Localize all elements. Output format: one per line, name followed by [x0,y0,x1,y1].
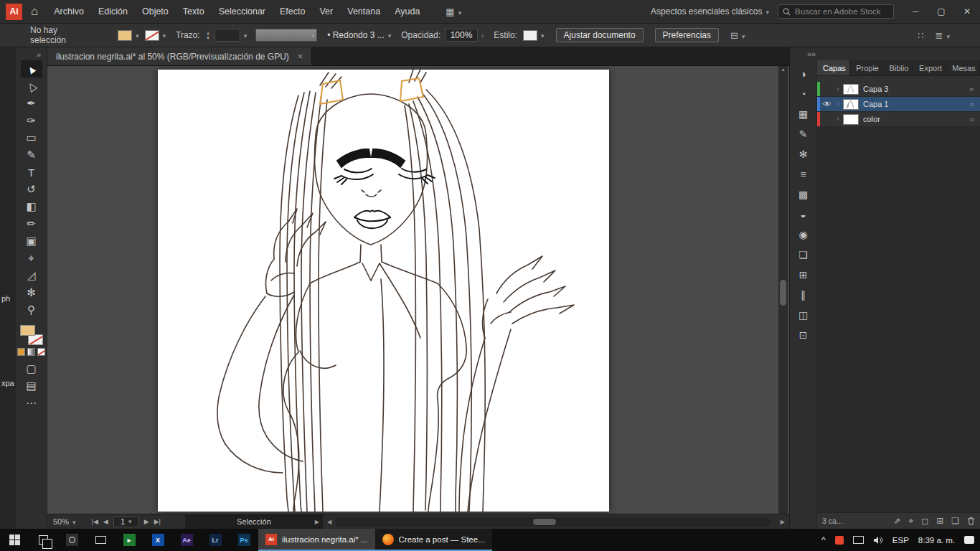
toolbar-expand-icon[interactable]: » [37,47,47,60]
brush-definition-dropdown[interactable]: • Redondo 3 ... [327,30,391,40]
document-tab[interactable]: ilustracion negrita.ai* al 50% (RGB/Prev… [47,47,312,65]
layer-thumbnail[interactable] [843,114,859,125]
layer-thumbnail[interactable] [843,99,859,110]
preferences-button[interactable]: Preferencias [655,28,719,42]
zoom-level-dropdown[interactable]: 50% [53,517,76,526]
eraser-tool[interactable]: ◧ [21,198,42,215]
fill-swatch[interactable] [20,325,35,336]
stroke-icon[interactable]: ≡ [796,168,811,181]
style-dropdown-icon[interactable] [537,30,545,40]
first-artboard-button[interactable]: |◀ [92,518,98,525]
collapse-panels-icon[interactable]: «« [807,50,816,58]
screen-mode-icon[interactable]: ▤ [21,377,42,395]
document-setup-button[interactable]: Ajustar documento [556,28,644,42]
menu-ventana[interactable]: Ventana [340,0,387,24]
menu-objeto[interactable]: Objeto [135,0,176,24]
adobe-stock-search[interactable] [778,4,894,19]
stroke-swatch[interactable] [28,334,43,345]
color-icon[interactable]: ◑ [796,67,811,80]
stroke-weight-dropdown-icon[interactable] [240,30,248,40]
language-indicator[interactable]: ESP [892,536,909,545]
layer-target-icon[interactable]: ○ [963,116,980,123]
opacity-chevron-icon[interactable]: › [481,32,484,39]
panel-list-icon[interactable]: ≣ [936,30,950,41]
delete-layer-icon[interactable] [967,517,975,525]
variable-width-dropdown[interactable] [255,29,317,42]
artboard[interactable] [158,70,609,512]
vertical-scroll-thumb[interactable] [780,280,786,306]
next-artboard-button[interactable]: ▶ [144,518,149,525]
stroke-weight-stepper[interactable] [204,29,213,42]
expand-layer-icon[interactable]: › [833,116,843,123]
artboard-tool[interactable]: ▣ [21,232,42,250]
tray-display-icon[interactable] [853,536,864,544]
artboards-icon[interactable]: ⊞ [796,268,811,281]
collapsed-panel-label[interactable]: ph [1,294,10,303]
clock[interactable]: 8:39 a. m. [918,536,955,545]
color-guide-icon[interactable]: ◔ [796,88,811,100]
align-icon[interactable]: ∥ [796,288,811,301]
collapsed-panel-label[interactable]: xpa [1,379,14,387]
tab-capas[interactable]: Capas [817,60,850,75]
last-artboard-button[interactable]: ▶| [154,518,161,525]
gradient-button[interactable] [27,348,35,356]
lightroom-button[interactable]: Lr [201,529,230,551]
expand-layer-icon[interactable]: › [833,100,843,108]
appearance-icon[interactable]: ◉ [796,228,811,241]
selection-tool[interactable]: ▲ [21,60,42,77]
artboard-number-dropdown[interactable]: 1 [113,517,139,527]
symbols-icon[interactable]: ✻ [796,148,811,161]
pen-tool[interactable]: ✒ [21,95,42,112]
rotate-tool[interactable]: ↺ [21,181,42,198]
panel-grid-icon[interactable]: ∷ [918,30,923,41]
task-view-button[interactable] [29,529,57,551]
direct-selection-tool[interactable]: △ [21,77,42,95]
xd-app-button[interactable]: X [143,529,172,551]
menu-archivo[interactable]: Archivo [47,0,91,24]
tab-propiedades[interactable]: Propie [850,60,883,75]
stroke-weight-field[interactable] [215,29,240,42]
layer-name[interactable]: Capa 3 [863,85,963,93]
curvature-tool[interactable]: ✑ [21,112,42,129]
home-icon[interactable]: ⌂ [31,4,38,19]
menu-ver[interactable]: Ver [312,0,340,24]
type-tool[interactable]: T [21,164,42,181]
tab-close-icon[interactable]: × [298,51,303,62]
color-button[interactable] [17,348,25,356]
start-button[interactable] [0,529,29,551]
media-app-button[interactable]: ▸ [115,529,143,551]
arrange-documents-icon[interactable]: ▦ [446,6,461,17]
layer-name[interactable]: Capa 1 [863,100,963,108]
new-sublayer-icon[interactable]: ⊞ [936,516,943,526]
menu-texto[interactable]: Texto [176,0,212,24]
tab-bibliotecas[interactable]: Biblio [883,60,913,75]
layer-row[interactable]: › Capa 1 ○ [817,97,980,112]
scroll-up-icon[interactable]: ▲ [781,66,786,73]
horizontal-scrollbar[interactable] [336,517,771,527]
graphic-styles-icon[interactable]: ❏ [796,248,811,261]
layer-name[interactable]: color [863,115,963,123]
opacity-label[interactable]: Opacidad: [401,30,440,40]
new-layer-icon[interactable]: ❏ [951,516,959,526]
stroke-dropdown-icon[interactable] [159,30,166,40]
pathfinder-icon[interactable]: ◫ [796,309,811,321]
make-mask-icon[interactable]: ◻ [921,516,928,526]
align-options-icon[interactable]: ⊟ [730,30,745,41]
illustrator-window-button[interactable]: Ai ilustracion negrita.ai* ... [258,529,375,551]
hidden-icons-chevron[interactable]: ^ [821,534,826,545]
menu-efecto[interactable]: Efecto [273,0,312,24]
expand-layer-icon[interactable]: › [833,85,843,93]
transparency-icon[interactable]: ◒ [796,208,811,221]
zoom-tool[interactable]: ⚲ [21,301,42,319]
search-input[interactable] [795,7,888,16]
brushes-icon[interactable]: ✎ [796,128,811,141]
layer-thumbnail[interactable] [843,84,859,95]
eyedropper-tool[interactable]: ⌖ [21,250,42,267]
shear-tool[interactable]: ◿ [21,267,42,284]
gradient-icon[interactable]: ▩ [796,188,811,201]
menu-edicion[interactable]: Edición [91,0,135,24]
menu-seleccionar[interactable]: Seleccionar [212,0,273,24]
close-button[interactable]: ✕ [954,0,980,24]
scroll-left-icon[interactable]: ◀ [327,519,331,525]
visibility-toggle[interactable] [820,100,833,108]
